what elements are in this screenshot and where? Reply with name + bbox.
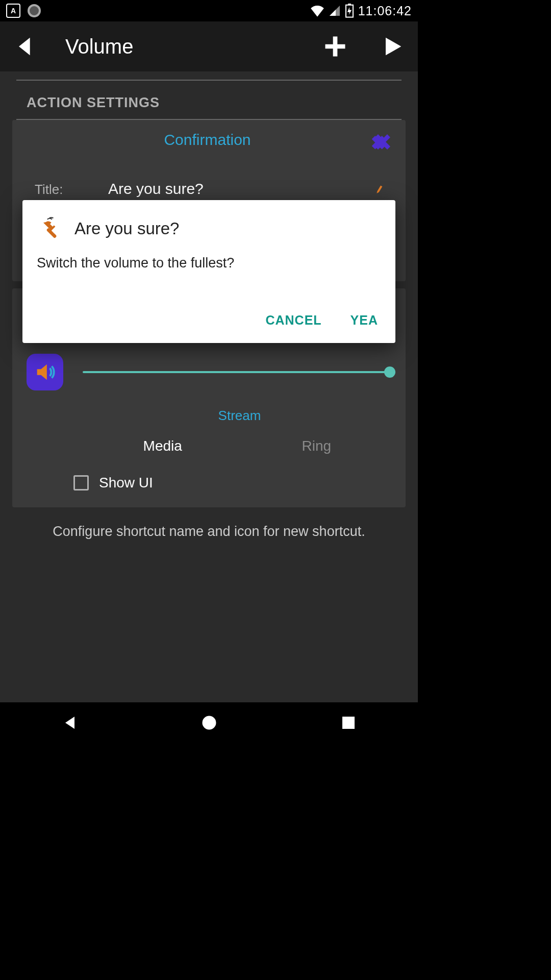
stream-ring-option[interactable]: Ring bbox=[240, 438, 394, 454]
svg-point-2 bbox=[202, 716, 216, 730]
battery-charging-icon bbox=[345, 4, 354, 18]
dialog-title: Are you sure? bbox=[74, 219, 179, 238]
add-icon[interactable] bbox=[322, 33, 348, 60]
svg-rect-1 bbox=[348, 4, 351, 5]
nav-recent-icon[interactable] bbox=[339, 714, 358, 732]
show-ui-checkbox[interactable] bbox=[73, 475, 89, 491]
back-icon[interactable] bbox=[12, 33, 39, 60]
volume-icon bbox=[27, 354, 63, 390]
page-title: Volume bbox=[65, 35, 304, 58]
navigation-bar bbox=[0, 702, 418, 743]
volume-slider[interactable] bbox=[83, 371, 391, 373]
footer-hint: Configure shortcut name and icon for new… bbox=[12, 514, 406, 549]
stream-media-option[interactable]: Media bbox=[86, 438, 240, 454]
svg-rect-3 bbox=[342, 717, 355, 729]
dialog-body: Switch the volume to the fullest? bbox=[37, 255, 381, 271]
hammer-icon bbox=[37, 215, 63, 242]
confirm-button[interactable]: YEA bbox=[347, 307, 381, 334]
confirmation-dialog: Are you sure? Switch the volume to the f… bbox=[22, 200, 395, 343]
nav-back-icon[interactable] bbox=[61, 714, 79, 732]
content-area: ACTION SETTINGS Confirmation Title: M Ad… bbox=[0, 71, 418, 702]
signal-icon bbox=[329, 5, 341, 17]
pencil-icon[interactable] bbox=[375, 183, 383, 194]
status-bar: A 11:06:42 bbox=[0, 0, 418, 21]
title-field-label: Title: bbox=[35, 182, 96, 198]
keyboard-indicator-icon: A bbox=[6, 4, 20, 18]
nav-home-icon[interactable] bbox=[200, 714, 218, 732]
close-icon[interactable] bbox=[369, 131, 393, 156]
cancel-button[interactable]: CANCEL bbox=[262, 307, 324, 334]
slider-thumb[interactable] bbox=[384, 366, 395, 378]
circle-status-icon bbox=[28, 4, 41, 17]
status-clock: 11:06:42 bbox=[358, 4, 412, 18]
wifi-icon bbox=[310, 5, 324, 17]
section-header: ACTION SETTINGS bbox=[12, 81, 406, 118]
app-bar: Volume bbox=[0, 21, 418, 71]
confirmation-heading: Confirmation bbox=[46, 131, 369, 149]
show-ui-label: Show UI bbox=[99, 475, 153, 491]
stream-label: Stream bbox=[86, 408, 393, 424]
play-icon[interactable] bbox=[379, 33, 406, 60]
title-field-input[interactable] bbox=[108, 180, 375, 198]
